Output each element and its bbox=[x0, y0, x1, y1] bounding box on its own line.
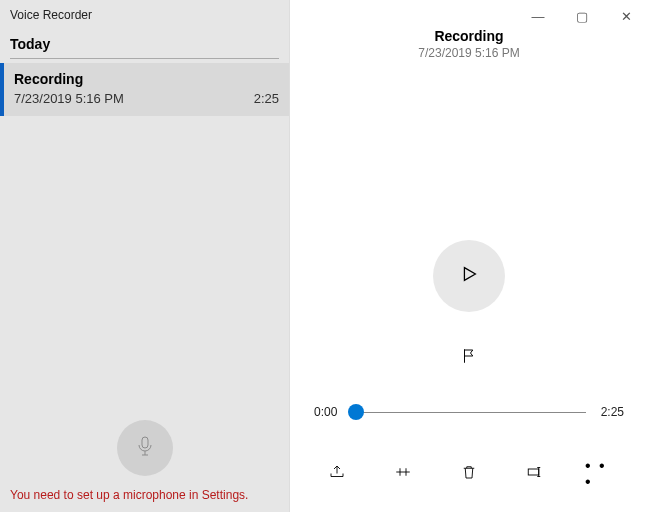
play-button[interactable] bbox=[433, 240, 505, 312]
app-window: Voice Recorder Today Recording 7/23/2019… bbox=[0, 0, 648, 512]
recording-subtitle: 7/23/2019 5:16 PM bbox=[290, 46, 648, 60]
playback-timeline: 0:00 2:25 bbox=[314, 400, 624, 424]
seek-track-line bbox=[352, 412, 586, 413]
delete-button[interactable] bbox=[453, 460, 485, 488]
action-toolbar: • • • bbox=[321, 452, 617, 502]
recording-header: Recording 7/23/2019 5:16 PM bbox=[290, 28, 648, 60]
more-icon: • • • bbox=[585, 458, 617, 490]
section-header-today: Today bbox=[0, 36, 289, 58]
trim-button[interactable] bbox=[387, 460, 419, 488]
recording-item-duration: 2:25 bbox=[254, 91, 279, 106]
seek-thumb[interactable] bbox=[348, 404, 364, 420]
flag-icon bbox=[460, 347, 478, 369]
more-button[interactable]: • • • bbox=[585, 460, 617, 488]
trim-icon bbox=[394, 463, 412, 485]
record-button-wrap bbox=[0, 412, 289, 482]
rename-button[interactable] bbox=[519, 460, 551, 488]
record-button[interactable] bbox=[117, 420, 173, 476]
trash-icon bbox=[460, 463, 478, 485]
player-area: 0:00 2:25 bbox=[290, 60, 648, 512]
recording-item-subline: 7/23/2019 5:16 PM 2:25 bbox=[14, 91, 279, 106]
seek-track[interactable] bbox=[352, 400, 586, 424]
svg-rect-8 bbox=[528, 469, 539, 475]
section-divider bbox=[10, 58, 279, 59]
share-icon bbox=[328, 463, 346, 485]
recording-item-timestamp: 7/23/2019 5:16 PM bbox=[14, 91, 124, 106]
svg-rect-0 bbox=[142, 437, 148, 448]
marker-button[interactable] bbox=[451, 340, 487, 376]
svg-marker-3 bbox=[464, 268, 475, 281]
play-icon bbox=[458, 263, 480, 289]
microphone-icon bbox=[133, 434, 157, 462]
sidebar: Voice Recorder Today Recording 7/23/2019… bbox=[0, 0, 290, 512]
sidebar-spacer bbox=[0, 116, 289, 412]
microphone-warning-text: You need to set up a microphone in Setti… bbox=[0, 482, 289, 512]
total-time-label: 2:25 bbox=[596, 405, 624, 419]
recording-list-item[interactable]: Recording 7/23/2019 5:16 PM 2:25 bbox=[0, 63, 289, 116]
share-button[interactable] bbox=[321, 460, 353, 488]
app-title: Voice Recorder bbox=[0, 0, 289, 36]
current-time-label: 0:00 bbox=[314, 405, 342, 419]
main-panel: — ▢ ✕ Recording 7/23/2019 5:16 PM 0:00 bbox=[290, 0, 648, 512]
recording-title: Recording bbox=[290, 28, 648, 44]
rename-icon bbox=[526, 463, 544, 485]
recording-item-name: Recording bbox=[14, 71, 279, 87]
